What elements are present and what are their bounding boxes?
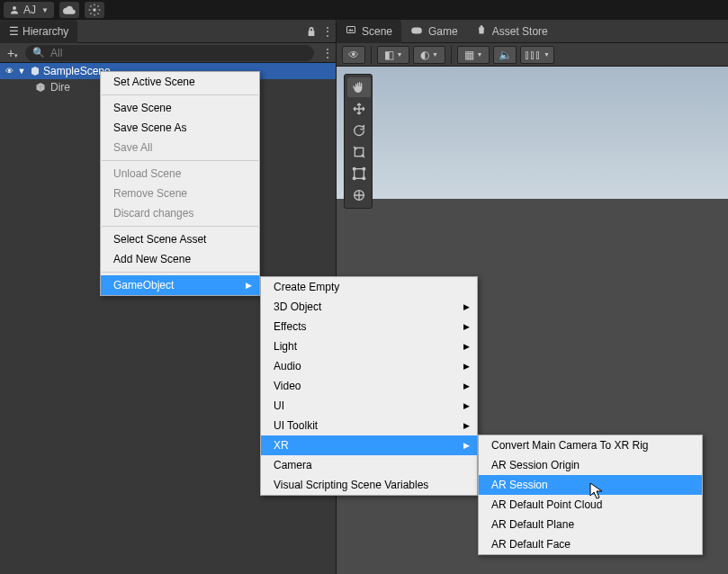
menu-add-new-scene[interactable]: Add New Scene (101, 249, 259, 269)
tool-scale[interactable] (347, 142, 371, 162)
tab-scene[interactable]: Scene (337, 20, 401, 43)
menu-label: Create Empty (274, 281, 339, 293)
hierarchy-tab-label: Hierarchy (22, 25, 68, 38)
tab-game[interactable]: Game (401, 20, 467, 43)
scene-toolbar: 👁 ◧▼ ◐▼ ▦▼ 🔈 ⫿⫿⫿▼ (337, 43, 728, 67)
transform-icon (352, 188, 366, 202)
svg-line-7 (97, 13, 98, 14)
menu-3d-object[interactable]: 3D Object▶ (261, 297, 477, 317)
svg-point-14 (353, 167, 355, 170)
shading-mode-dropdown[interactable]: ◧▼ (377, 46, 409, 64)
svg-point-0 (13, 6, 16, 10)
search-placeholder: All (50, 47, 62, 59)
tab-scene-label: Scene (362, 25, 392, 38)
cube-outline-icon: ◧ (384, 49, 394, 61)
chevron-down-icon: ▼ (41, 6, 49, 14)
cloud-icon (63, 5, 76, 14)
speaker-icon: 🔈 (499, 49, 512, 61)
cube-icon (34, 81, 47, 94)
menu-light[interactable]: Light▶ (261, 336, 477, 356)
menu-video[interactable]: Video▶ (261, 376, 477, 396)
menu-ui[interactable]: UI▶ (261, 396, 477, 416)
menu-convert-xr-rig[interactable]: Convert Main Camera To XR Rig (479, 435, 702, 455)
panel-menu-icon[interactable]: ⋮ (319, 25, 336, 38)
menu-label: Remove Scene (113, 187, 187, 200)
view-mode-button[interactable]: 👁 (342, 46, 365, 64)
effects-dropdown[interactable]: ⫿⫿⫿▼ (520, 46, 554, 64)
tab-asset-store[interactable]: Asset Store (467, 20, 557, 43)
menu-save-scene[interactable]: Save Scene (101, 98, 259, 118)
chevron-right-icon: ▶ (463, 441, 470, 450)
menu-remove-scene: Remove Scene (101, 184, 259, 203)
eye-icon[interactable]: 👁 (4, 67, 14, 76)
menu-label: AR Default Plane (491, 518, 574, 531)
account-button[interactable]: AJ ▼ (4, 2, 54, 18)
scene-tabs: Scene Game Asset Store (337, 20, 728, 43)
compass-icon (88, 4, 101, 16)
eye-icon: 👁 (348, 49, 359, 61)
menu-label: Add New Scene (113, 253, 191, 265)
menu-save-all: Save All (101, 138, 259, 157)
menu-label: UI Toolkit (274, 419, 318, 432)
chevron-right-icon: ▶ (246, 281, 252, 290)
menu-ar-default-plane[interactable]: AR Default Plane (479, 515, 702, 534)
search-input[interactable]: 🔍 All (25, 45, 314, 61)
gizmos-dropdown[interactable]: ▦▼ (457, 46, 490, 64)
menu-select-scene-asset[interactable]: Select Scene Asset (101, 229, 259, 249)
menu-camera[interactable]: Camera (261, 455, 477, 475)
menu-label: Convert Main Camera To XR Rig (491, 439, 649, 452)
svg-line-8 (90, 13, 91, 14)
disclosure-icon[interactable]: ▼ (16, 67, 27, 76)
menu-create-empty[interactable]: Create Empty (261, 277, 477, 297)
settings-button[interactable] (85, 2, 104, 18)
menu-save-scene-as[interactable]: Save Scene As (101, 118, 259, 138)
scene-options-icon[interactable]: ⋮ (319, 47, 336, 59)
hand-icon (352, 80, 366, 94)
svg-point-17 (363, 177, 365, 180)
move-icon (352, 102, 366, 116)
chevron-right-icon: ▶ (463, 401, 470, 410)
menu-effects[interactable]: Effects▶ (261, 317, 477, 336)
svg-line-6 (90, 5, 91, 6)
tool-rect[interactable] (347, 164, 371, 184)
menu-gameobject[interactable]: GameObject▶ (101, 275, 259, 295)
menu-ui-toolkit[interactable]: UI Toolkit▶ (261, 416, 477, 435)
hierarchy-tabs: ☰ Hierarchy ⋮ (0, 20, 336, 43)
menu-label: Visual Scripting Scene Variables (274, 479, 428, 491)
gameobject-submenu: Create Empty 3D Object▶ Effects▶ Light▶ … (260, 276, 478, 496)
render-mode-dropdown[interactable]: ◐▼ (413, 46, 445, 64)
menu-xr[interactable]: XR▶ (261, 435, 477, 455)
menu-ar-session[interactable]: AR Session (479, 475, 702, 495)
menu-label: AR Default Point Cloud (491, 498, 602, 511)
tool-transform[interactable] (347, 185, 371, 205)
scale-icon (352, 145, 366, 159)
lock-icon[interactable] (303, 26, 319, 37)
menu-label: XR (274, 439, 289, 452)
chevron-down-icon: ▼ (544, 51, 550, 58)
menu-set-active-scene[interactable]: Set Active Scene (101, 72, 259, 92)
hierarchy-list-icon: ☰ (9, 25, 19, 38)
menu-unload-scene: Unload Scene (101, 164, 259, 184)
tool-hand[interactable] (347, 77, 371, 97)
menu-ar-default-face[interactable]: AR Default Face (479, 534, 702, 554)
chevron-down-icon: ▼ (477, 51, 483, 58)
tab-hierarchy[interactable]: ☰ Hierarchy (0, 20, 77, 43)
chevron-right-icon: ▶ (463, 381, 470, 390)
menu-ar-default-point-cloud[interactable]: AR Default Point Cloud (479, 495, 702, 515)
add-button[interactable]: +▾ (0, 46, 25, 60)
menu-audio[interactable]: Audio▶ (261, 356, 477, 376)
menu-ar-session-origin[interactable]: AR Session Origin (479, 455, 702, 475)
menu-label: AR Default Face (491, 538, 571, 551)
menu-label: Effects (274, 320, 306, 333)
menu-label: Save Scene (113, 102, 172, 114)
menu-visual-scripting-vars[interactable]: Visual Scripting Scene Variables (261, 475, 477, 495)
sound-button[interactable]: 🔈 (493, 46, 517, 64)
tool-rotate[interactable] (347, 121, 371, 140)
unity-icon (29, 65, 41, 77)
chevron-right-icon: ▶ (463, 342, 470, 351)
menu-label: AR Session (491, 479, 548, 491)
cloud-button[interactable] (59, 2, 79, 18)
tool-move[interactable] (347, 99, 371, 119)
grid-icon: ▦ (464, 49, 474, 61)
menu-label: Audio (274, 360, 301, 372)
